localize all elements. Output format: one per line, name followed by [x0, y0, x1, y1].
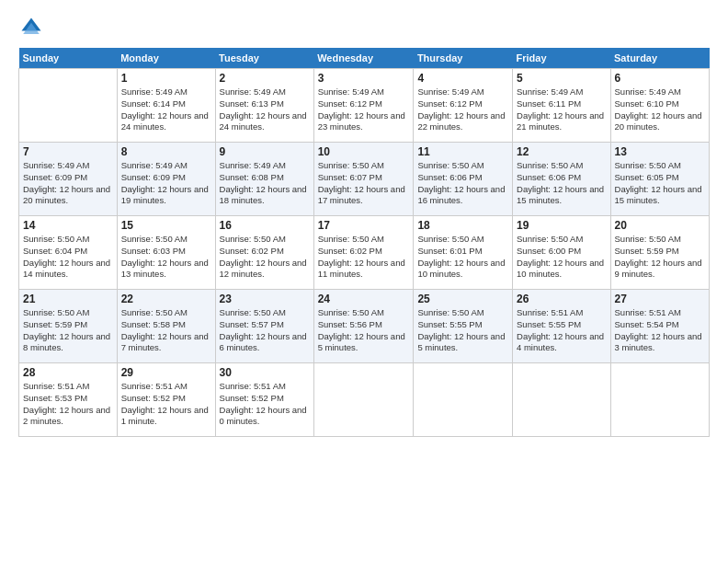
calendar-table: SundayMondayTuesdayWednesdayThursdayFrid… — [18, 48, 710, 437]
day-number: 25 — [417, 293, 508, 305]
calendar-day-cell: 21Sunrise: 5:50 AMSunset: 5:59 PMDayligh… — [19, 290, 118, 363]
day-info: Sunrise: 5:51 AMSunset: 5:54 PMDaylight:… — [615, 307, 705, 354]
day-number: 20 — [615, 219, 705, 232]
calendar-day-cell: 2Sunrise: 5:49 AMSunset: 6:13 PMDaylight… — [215, 69, 313, 143]
day-number: 9 — [220, 145, 310, 158]
day-info: Sunrise: 5:49 AMSunset: 6:09 PMDaylight:… — [23, 160, 113, 207]
day-number: 28 — [23, 366, 113, 379]
calendar-day-cell: 11Sunrise: 5:50 AMSunset: 6:06 PMDayligh… — [414, 143, 513, 216]
day-info: Sunrise: 5:50 AMSunset: 6:07 PMDaylight:… — [318, 160, 410, 207]
day-info: Sunrise: 5:50 AMSunset: 6:02 PMDaylight:… — [220, 234, 310, 281]
weekday-header-friday: Friday — [513, 48, 611, 69]
day-number: 21 — [23, 293, 113, 305]
generalblue-logo-icon — [18, 15, 44, 40]
empty-cell — [610, 363, 709, 437]
calendar-day-cell: 15Sunrise: 5:50 AMSunset: 6:03 PMDayligh… — [117, 216, 215, 290]
calendar-day-cell: 16Sunrise: 5:50 AMSunset: 6:02 PMDayligh… — [215, 216, 313, 290]
day-number: 2 — [220, 72, 310, 85]
day-info: Sunrise: 5:50 AMSunset: 5:57 PMDaylight:… — [220, 307, 310, 354]
calendar-day-cell: 8Sunrise: 5:49 AMSunset: 6:09 PMDaylight… — [117, 143, 215, 216]
day-number: 26 — [517, 293, 607, 305]
calendar-day-cell: 30Sunrise: 5:51 AMSunset: 5:52 PMDayligh… — [215, 363, 313, 437]
calendar-day-cell: 3Sunrise: 5:49 AMSunset: 6:12 PMDaylight… — [313, 69, 414, 143]
weekday-header-thursday: Thursday — [414, 48, 513, 69]
day-info: Sunrise: 5:49 AMSunset: 6:12 PMDaylight:… — [417, 86, 508, 133]
day-number: 17 — [318, 219, 410, 232]
calendar-day-cell: 24Sunrise: 5:50 AMSunset: 5:56 PMDayligh… — [313, 290, 414, 363]
day-number: 23 — [220, 293, 310, 305]
calendar-day-cell: 18Sunrise: 5:50 AMSunset: 6:01 PMDayligh… — [414, 216, 513, 290]
day-number: 11 — [417, 145, 508, 158]
calendar-day-cell: 28Sunrise: 5:51 AMSunset: 5:53 PMDayligh… — [19, 363, 118, 437]
day-number: 6 — [615, 72, 705, 85]
logo — [18, 15, 48, 40]
day-number: 7 — [23, 145, 113, 158]
calendar-day-cell: 10Sunrise: 5:50 AMSunset: 6:07 PMDayligh… — [313, 143, 414, 216]
day-info: Sunrise: 5:51 AMSunset: 5:52 PMDaylight:… — [121, 381, 211, 428]
day-number: 19 — [517, 219, 607, 232]
calendar-week-row: 1Sunrise: 5:49 AMSunset: 6:14 PMDaylight… — [19, 69, 710, 143]
weekday-header-saturday: Saturday — [610, 48, 709, 69]
day-number: 15 — [121, 219, 211, 232]
day-number: 13 — [615, 145, 705, 158]
calendar-day-cell: 22Sunrise: 5:50 AMSunset: 5:58 PMDayligh… — [117, 290, 215, 363]
day-info: Sunrise: 5:50 AMSunset: 5:59 PMDaylight:… — [615, 234, 705, 281]
calendar-day-cell: 9Sunrise: 5:49 AMSunset: 6:08 PMDaylight… — [215, 143, 313, 216]
day-info: Sunrise: 5:50 AMSunset: 6:02 PMDaylight:… — [318, 234, 410, 281]
day-number: 29 — [121, 366, 211, 379]
day-info: Sunrise: 5:50 AMSunset: 6:03 PMDaylight:… — [121, 234, 211, 281]
day-info: Sunrise: 5:49 AMSunset: 6:10 PMDaylight:… — [615, 86, 705, 133]
calendar-week-row: 14Sunrise: 5:50 AMSunset: 6:04 PMDayligh… — [19, 216, 710, 290]
day-info: Sunrise: 5:50 AMSunset: 6:06 PMDaylight:… — [517, 160, 607, 207]
day-number: 22 — [121, 293, 211, 305]
weekday-header-wednesday: Wednesday — [313, 48, 414, 69]
day-info: Sunrise: 5:51 AMSunset: 5:53 PMDaylight:… — [23, 381, 113, 428]
empty-cell — [513, 363, 611, 437]
weekday-header-sunday: Sunday — [19, 48, 118, 69]
calendar-day-cell: 12Sunrise: 5:50 AMSunset: 6:06 PMDayligh… — [513, 143, 611, 216]
calendar-day-cell: 14Sunrise: 5:50 AMSunset: 6:04 PMDayligh… — [19, 216, 118, 290]
day-number: 1 — [121, 72, 211, 85]
day-info: Sunrise: 5:50 AMSunset: 5:55 PMDaylight:… — [417, 307, 508, 354]
calendar-day-cell: 26Sunrise: 5:51 AMSunset: 5:55 PMDayligh… — [513, 290, 611, 363]
calendar-day-cell: 4Sunrise: 5:49 AMSunset: 6:12 PMDaylight… — [414, 69, 513, 143]
day-number: 12 — [517, 145, 607, 158]
day-info: Sunrise: 5:50 AMSunset: 6:06 PMDaylight:… — [417, 160, 508, 207]
calendar-week-row: 21Sunrise: 5:50 AMSunset: 5:59 PMDayligh… — [19, 290, 710, 363]
empty-cell — [313, 363, 414, 437]
weekday-header-tuesday: Tuesday — [215, 48, 313, 69]
day-info: Sunrise: 5:50 AMSunset: 5:58 PMDaylight:… — [121, 307, 211, 354]
day-number: 16 — [220, 219, 310, 232]
empty-cell — [414, 363, 513, 437]
day-number: 4 — [417, 72, 508, 85]
weekday-header-monday: Monday — [117, 48, 215, 69]
day-info: Sunrise: 5:50 AMSunset: 5:56 PMDaylight:… — [318, 307, 410, 354]
day-number: 27 — [615, 293, 705, 305]
empty-cell — [19, 69, 118, 143]
header — [18, 15, 710, 40]
calendar-day-cell: 27Sunrise: 5:51 AMSunset: 5:54 PMDayligh… — [610, 290, 709, 363]
day-info: Sunrise: 5:50 AMSunset: 6:05 PMDaylight:… — [615, 160, 705, 207]
day-info: Sunrise: 5:49 AMSunset: 6:12 PMDaylight:… — [318, 86, 410, 133]
calendar-day-cell: 19Sunrise: 5:50 AMSunset: 6:00 PMDayligh… — [513, 216, 611, 290]
day-info: Sunrise: 5:49 AMSunset: 6:08 PMDaylight:… — [220, 160, 310, 207]
calendar-day-cell: 25Sunrise: 5:50 AMSunset: 5:55 PMDayligh… — [414, 290, 513, 363]
day-info: Sunrise: 5:50 AMSunset: 6:00 PMDaylight:… — [517, 234, 607, 281]
day-number: 5 — [517, 72, 607, 85]
calendar-day-cell: 20Sunrise: 5:50 AMSunset: 5:59 PMDayligh… — [610, 216, 709, 290]
day-info: Sunrise: 5:50 AMSunset: 6:01 PMDaylight:… — [417, 234, 508, 281]
day-info: Sunrise: 5:49 AMSunset: 6:11 PMDaylight:… — [517, 86, 607, 133]
calendar-day-cell: 5Sunrise: 5:49 AMSunset: 6:11 PMDaylight… — [513, 69, 611, 143]
calendar-week-row: 7Sunrise: 5:49 AMSunset: 6:09 PMDaylight… — [19, 143, 710, 216]
day-number: 14 — [23, 219, 113, 232]
day-number: 30 — [220, 366, 310, 379]
calendar-day-cell: 7Sunrise: 5:49 AMSunset: 6:09 PMDaylight… — [19, 143, 118, 216]
day-info: Sunrise: 5:50 AMSunset: 5:59 PMDaylight:… — [23, 307, 113, 354]
day-info: Sunrise: 5:49 AMSunset: 6:13 PMDaylight:… — [220, 86, 310, 133]
weekday-header-row: SundayMondayTuesdayWednesdayThursdayFrid… — [19, 48, 710, 69]
day-info: Sunrise: 5:49 AMSunset: 6:14 PMDaylight:… — [121, 86, 211, 133]
day-info: Sunrise: 5:49 AMSunset: 6:09 PMDaylight:… — [121, 160, 211, 207]
calendar-week-row: 28Sunrise: 5:51 AMSunset: 5:53 PMDayligh… — [19, 363, 710, 437]
day-number: 18 — [417, 219, 508, 232]
day-number: 10 — [318, 145, 410, 158]
